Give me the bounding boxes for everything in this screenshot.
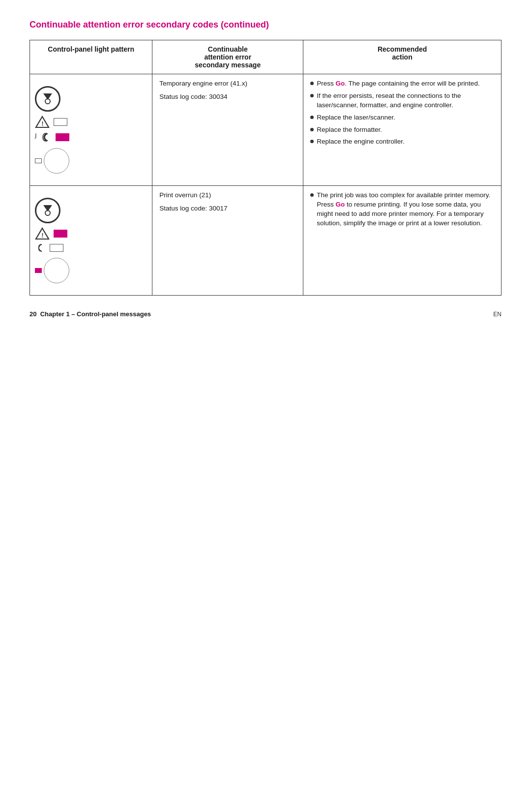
action-text-1-1: Press Go. The page containing the error … [317,79,479,89]
message-text-1b: Status log code: 30034 [159,92,296,102]
white-rect-icon-1 [54,118,67,126]
svg-text:!: ! [42,120,44,127]
action-list-2: The print job was too complex for availa… [310,191,494,228]
header-col2: Continuable attention error secondary me… [152,40,303,74]
magenta-rect-icon-1 [56,133,69,141]
ready-row-2 [35,243,63,253]
go-button-icon-1 [35,86,60,112]
table-row: ! [30,186,502,296]
small-rect-left-icon-1 [35,158,42,163]
header-col3: Recommended action [303,40,502,74]
bullet-dot-icon [310,94,314,97]
footer-lang: EN [493,311,502,318]
action-text-1-5: Replace the engine controller. [317,137,405,147]
big-circle-icon-2 [44,258,69,283]
action-item-2-1: The print job was too complex for availa… [310,191,494,228]
main-table: Control-panel light pattern Continuable … [30,40,502,296]
warning-triangle-icon-1: ! [35,116,50,128]
circle-inside-icon [45,98,51,104]
page-title: Continuable attention error secondary co… [30,20,502,30]
ready-crescent-icon [41,132,52,142]
action-cell-2: The print job was too complex for availa… [303,186,502,296]
warning-row-1: ! [35,116,67,128]
white-rect-icon-2 [50,244,63,252]
go-button-icon-2 [35,198,60,223]
bullet-dot-icon [310,128,314,131]
bullet-dot-icon [310,116,314,119]
footer-chapter: 20 Chapter 1 – Control-panel messages [30,310,151,318]
action-item-1-5: Replace the engine controller. [310,137,494,147]
ready-icon-1: ᴶ [35,131,37,143]
ready-crescent-icon-2 [35,243,46,253]
bullet-dot-icon-2 [310,193,314,197]
action-item-1-1: Press Go. The page containing the error … [310,79,494,89]
message-cell-2: Print overrun (21) Status log code: 3001… [152,186,303,296]
panel-icons-group-1: ! ᴶ [35,81,147,179]
table-row: ! ᴶ [30,74,502,186]
ready-row-1: ᴶ [35,131,69,143]
feed-icon-row-2 [35,258,69,283]
warning-row-2: ! [35,227,67,240]
circle-inside-icon-2 [45,210,51,216]
message-text-1a: Temporary engine error (41.x) [159,79,296,89]
message-text-2a: Print overrun (21) [159,191,296,200]
message-cell-1: Temporary engine error (41.x) Status log… [152,74,303,186]
action-cell-1: Press Go. The page containing the error … [303,74,502,186]
big-circle-icon-1 [44,148,69,174]
message-text-2b: Status log code: 30017 [159,204,296,213]
go-arrow-icon-1 [43,93,52,104]
magenta-rect-icon-2 [54,230,67,238]
action-text-1-2: If the error persists, reseat the connec… [317,91,494,110]
warning-triangle-icon-2: ! [35,227,50,240]
go-keyword-2: Go [335,201,345,208]
feed-icon-row-1 [35,148,69,174]
magenta-small-rect-icon-2 [35,268,42,273]
action-list-1: Press Go. The page containing the error … [310,79,494,147]
panel-icons-group-2: ! [35,193,147,288]
bullet-dot-icon [310,82,314,85]
action-item-1-3: Replace the laser/scanner. [310,113,494,122]
bullet-dot-icon [310,140,314,143]
action-item-1-2: If the error persists, reseat the connec… [310,91,494,110]
action-text-2-1: The print job was too complex for availa… [317,191,494,228]
table-header-row: Control-panel light pattern Continuable … [30,40,502,74]
panel-icons-cell-2: ! [30,186,152,296]
action-text-1-3: Replace the laser/scanner. [317,113,395,122]
svg-text:!: ! [42,232,44,239]
panel-icons-cell-1: ! ᴶ [30,74,152,186]
header-col1: Control-panel light pattern [30,40,152,74]
page-footer: 20 Chapter 1 – Control-panel messages EN [30,310,502,318]
go-keyword: Go [335,80,345,87]
action-text-1-4: Replace the formatter. [317,125,382,135]
go-arrow-icon-2 [43,205,52,216]
action-item-1-4: Replace the formatter. [310,125,494,135]
